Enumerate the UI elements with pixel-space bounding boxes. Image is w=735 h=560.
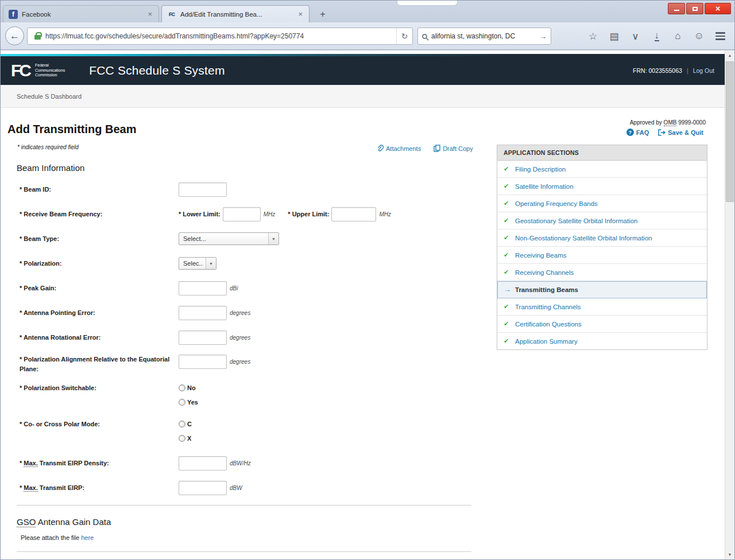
main-content: Add Transmitting Beam Approved by OMB 99…	[1, 108, 725, 559]
radio-icon[interactable]	[179, 435, 185, 442]
sidebar-item-application-summary[interactable]: ✔ Application Summary	[497, 333, 707, 349]
url-text[interactable]: https://lmuat.fcc.gov/schedules/secure/a…	[45, 32, 396, 40]
radio-icon[interactable]	[179, 399, 185, 406]
peak-gain-input[interactable]	[179, 281, 227, 295]
chevron-down-icon: ▼	[206, 258, 216, 269]
url-bar[interactable]: https://lmuat.fcc.gov/schedules/secure/a…	[27, 28, 413, 45]
sidebar-item-non-geostationary-orbital-information[interactable]: ✔ Non-Geostationary Satellite Orbital In…	[497, 230, 707, 247]
back-button[interactable]: ←	[5, 26, 24, 45]
gso-antenna-gain-heading: GSO Antenna Gain Data	[17, 517, 725, 527]
sidebar-item-operating-frequency-bands[interactable]: ✔ Operating Frequency Bands	[497, 195, 707, 212]
antenna-pointing-error-row: * Antenna Pointing Error: degrees	[20, 305, 479, 320]
switchable-yes-option[interactable]: Yes	[179, 399, 198, 406]
browser-navbar: ← https://lmuat.fcc.gov/schedules/secure…	[1, 22, 734, 50]
faq-link[interactable]: ? FAQ	[626, 129, 649, 136]
sidebar-item-satellite-information[interactable]: ✔ Satellite Information	[497, 178, 707, 195]
page-title: Add Transmitting Beam	[7, 123, 725, 136]
polarization-alignment-unit: degrees	[230, 359, 250, 365]
omb-approval-note: Approved by OMB 9999-0000	[630, 119, 706, 126]
sidebar-item-receiving-channels[interactable]: ✔ Receiving Channels	[497, 264, 707, 281]
receive-beam-frequency-row: * Receive Beam Frequency: * Lower Limit:…	[20, 207, 479, 221]
hamburger-menu-icon[interactable]	[710, 29, 731, 44]
sidebar-item-filing-description[interactable]: ✔ Filing Description	[497, 161, 707, 178]
logout-link[interactable]: Log Out	[693, 67, 714, 74]
peak-gain-unit: dBi	[230, 285, 238, 291]
search-go-icon[interactable]: →	[539, 32, 547, 41]
bookmarks-menu-icon[interactable]: ▤	[604, 29, 625, 44]
home-icon[interactable]: ⌂	[667, 29, 688, 44]
polar-mode-row: * Co- or Cross Polar Mode: C X	[20, 419, 479, 442]
bookmark-star-icon[interactable]: ☆	[582, 29, 604, 44]
lower-limit-input[interactable]	[223, 207, 261, 221]
check-icon: ✔	[504, 234, 512, 242]
max-transmit-eirp-density-row: * Max. Transmit EIRP Density: dBW/Hz	[20, 456, 479, 470]
fcc-favicon-icon: FC	[167, 10, 176, 19]
tab-title: Add/Edit Transmitting Bea...	[180, 11, 297, 18]
antenna-pointing-error-unit: degrees	[230, 310, 250, 316]
application-sections-header: APPLICATION SECTIONS	[497, 145, 707, 161]
section-divider	[17, 505, 471, 505]
antenna-rotational-error-input[interactable]	[179, 330, 227, 345]
smiley-icon[interactable]: ☺	[688, 29, 710, 44]
https-lock-icon	[34, 35, 41, 40]
fcc-logo: FC	[11, 61, 33, 80]
antenna-pointing-error-label: * Antenna Pointing Error:	[20, 308, 179, 318]
minimize-icon	[674, 10, 679, 11]
max-transmit-eirp-density-unit: dBW/Hz	[230, 460, 251, 466]
sidebar-item-certification-questions[interactable]: ✔ Certification Questions	[497, 316, 707, 333]
breadcrumb-dashboard-link[interactable]: Schedule S Dashboard	[17, 93, 82, 100]
beam-id-input[interactable]	[179, 182, 227, 197]
polar-mode-x-option[interactable]: X	[179, 435, 191, 442]
attach-file-here-link[interactable]: here	[81, 534, 94, 541]
scroll-up-icon[interactable]: ▲	[725, 50, 734, 60]
chevron-down-icon: ▼	[268, 233, 278, 244]
scroll-down-icon[interactable]: ▼	[725, 550, 734, 559]
downloads-icon[interactable]: ↓	[646, 29, 667, 44]
antenna-pointing-error-input[interactable]	[179, 306, 227, 320]
new-tab-button[interactable]: +	[314, 7, 331, 22]
radio-icon[interactable]	[179, 384, 185, 391]
reload-icon[interactable]: ↻	[396, 28, 412, 44]
beam-type-row: * Beam Type: Select... ▼	[20, 231, 479, 246]
frn-label: FRN: 0023555063	[633, 67, 682, 74]
maximize-button[interactable]	[686, 3, 703, 14]
lower-limit-label: * Lower Limit:	[179, 211, 220, 217]
radio-icon[interactable]	[179, 421, 185, 427]
site-header: FC Federal Communications Commission FCC…	[1, 56, 725, 85]
check-icon: ✔	[504, 251, 512, 259]
scrollbar-thumb[interactable]	[726, 61, 734, 202]
tab-add-edit-transmitting-beams[interactable]: FC Add/Edit Transmitting Bea... ×	[161, 5, 310, 22]
max-transmit-eirp-input[interactable]	[179, 481, 227, 495]
antenna-rotational-error-unit: degrees	[230, 335, 250, 341]
close-button[interactable]: ×	[705, 3, 731, 14]
tab-close-icon[interactable]: ×	[297, 10, 304, 18]
search-bar[interactable]: alifornia st, washington, DC →	[417, 28, 551, 45]
polarization-alignment-input[interactable]	[179, 355, 227, 369]
polarization-select[interactable]: Selec... ▼	[179, 257, 216, 270]
max-transmit-eirp-density-input[interactable]	[179, 456, 227, 470]
vertical-scrollbar[interactable]: ▲ ▼	[725, 50, 734, 559]
lower-limit-unit: MHz	[264, 211, 276, 217]
sidebar-item-transmitting-beams[interactable]: → Transmitting Beams	[497, 281, 707, 298]
save-and-quit-link[interactable]: Save & Quit	[658, 129, 703, 136]
omb-abbr: OMB	[664, 119, 677, 126]
upper-limit-input[interactable]	[331, 207, 376, 221]
maximize-icon	[693, 7, 698, 11]
sidebar-item-transmitting-channels[interactable]: ✔ Transmitting Channels	[497, 298, 707, 316]
beam-type-select[interactable]: Select... ▼	[179, 232, 279, 245]
sidebar-item-receiving-beams[interactable]: ✔ Receiving Beams	[497, 247, 707, 264]
document-links: Attachments Draft Copy	[377, 145, 473, 152]
minimize-button[interactable]	[668, 3, 685, 14]
tab-close-icon[interactable]: ×	[146, 10, 153, 18]
application-sections-panel: APPLICATION SECTIONS ✔ Filing Descriptio…	[497, 145, 707, 350]
antenna-rotational-error-label: * Antenna Rotational Error:	[20, 333, 179, 343]
draft-copy-link[interactable]: Draft Copy	[434, 145, 473, 152]
switchable-no-option[interactable]: No	[179, 384, 196, 391]
pocket-icon[interactable]: ∨	[625, 29, 646, 44]
sidebar-item-geostationary-orbital-information[interactable]: ✔ Geostationary Satellite Orbital Inform…	[497, 212, 707, 230]
tab-facebook[interactable]: f Facebook ×	[3, 5, 159, 22]
polar-mode-c-option[interactable]: C	[179, 421, 192, 427]
attachments-link[interactable]: Attachments	[377, 145, 421, 152]
search-input[interactable]: alifornia st, washington, DC	[431, 32, 539, 40]
polar-mode-label: * Co- or Cross Polar Mode:	[20, 419, 179, 429]
